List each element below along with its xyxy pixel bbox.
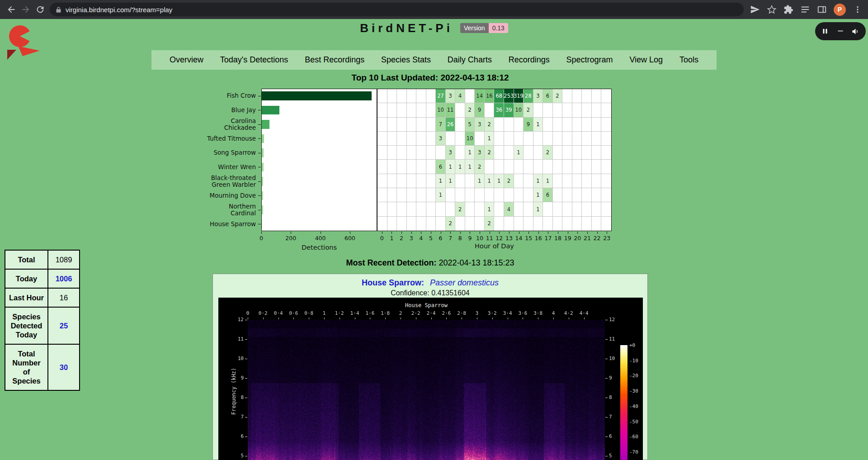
scientific-name-link[interactable]: Passer domesticus <box>430 278 499 287</box>
nav-item-today-s-detections[interactable]: Today's Detections <box>220 55 288 65</box>
nav-item-recordings[interactable]: Recordings <box>509 55 550 65</box>
heat-cell <box>601 103 611 117</box>
browser-action-icons: P <box>744 4 868 16</box>
heat-cell <box>446 188 456 202</box>
heat-cell <box>572 146 582 160</box>
heat-cell <box>426 132 436 146</box>
heat-cell <box>455 146 465 160</box>
heat-cell <box>601 89 611 103</box>
x-tick <box>350 232 350 234</box>
bar-axis-label: Detections <box>261 244 377 251</box>
heat-cell <box>553 146 563 160</box>
side-panel-icon[interactable] <box>817 5 827 14</box>
url-text: virginia.birdnetpi.com/?stream=play <box>66 6 172 14</box>
spec-y-tickmark <box>605 359 608 359</box>
nav-item-best-recordings[interactable]: Best Recordings <box>305 55 364 65</box>
pause-icon[interactable] <box>821 27 829 35</box>
reading-list-icon[interactable] <box>800 5 810 14</box>
heat-cell <box>582 174 592 188</box>
heat-cell <box>592 103 602 117</box>
heat-cell: 1 <box>455 160 465 174</box>
heat-cell <box>387 188 397 202</box>
bar-tick-label: 200 <box>282 235 300 242</box>
hour-tick-label: 8 <box>455 235 466 242</box>
heat-cell: 1 <box>514 146 524 160</box>
stat-value-total-number-of-species[interactable]: 30 <box>48 344 80 390</box>
heat-cell <box>416 132 426 146</box>
x-tick <box>450 232 451 234</box>
spec-x-tick: 3·4 <box>500 310 515 316</box>
url-bar[interactable]: virginia.birdnetpi.com/?stream=play <box>50 3 744 16</box>
heat-cell <box>582 146 592 160</box>
hour-tick-label: 22 <box>592 235 603 242</box>
heat-cell <box>377 217 387 231</box>
nav-item-overview[interactable]: Overview <box>170 55 203 65</box>
reload-icon[interactable] <box>35 5 45 14</box>
heat-cell: 36 <box>494 103 504 117</box>
heat-cell <box>397 174 407 188</box>
nav-item-daily-charts[interactable]: Daily Charts <box>448 55 492 65</box>
spec-y-tick-right: 8 <box>609 394 624 400</box>
x-tick <box>490 232 490 234</box>
bookmark-star-icon[interactable] <box>767 5 777 14</box>
nav-item-tools[interactable]: Tools <box>679 55 698 65</box>
hour-tick-label: 9 <box>464 235 475 242</box>
heat-cell <box>601 118 611 132</box>
lock-icon <box>55 6 62 13</box>
spec-x-tickmark <box>446 318 447 319</box>
heat-cell: 2 <box>485 118 495 132</box>
heat-cell <box>592 89 602 103</box>
profile-avatar[interactable]: P <box>834 4 846 16</box>
heat-cell <box>601 146 611 160</box>
heat-cell <box>436 217 446 231</box>
spectrogram-title: House Sparrow <box>248 302 605 308</box>
heat-cell <box>504 146 514 160</box>
heat-cell <box>475 132 485 146</box>
heat-cell <box>553 174 563 188</box>
heat-cell: 3 <box>436 132 446 146</box>
extensions-icon[interactable] <box>783 5 793 14</box>
hour-tick-label: 21 <box>582 235 593 242</box>
hour-tick-label: 7 <box>445 235 456 242</box>
stats-table: Total1089Today1006Last Hour16Species Det… <box>5 250 80 391</box>
stat-value-today[interactable]: 1006 <box>48 269 80 288</box>
heat-cell <box>387 202 397 216</box>
forward-icon[interactable] <box>21 5 31 14</box>
heat-cell <box>494 202 504 216</box>
heat-cell <box>387 103 397 117</box>
heat-cell <box>562 146 572 160</box>
heat-cell <box>446 202 456 216</box>
menu-dots-icon[interactable] <box>853 5 863 14</box>
heat-cell: 28 <box>524 89 533 103</box>
species-link[interactable]: House Sparrow: <box>362 278 424 287</box>
back-icon[interactable] <box>6 5 16 14</box>
heat-cell <box>387 89 397 103</box>
hour-tick-label: 10 <box>474 235 485 242</box>
speaker-icon[interactable] <box>851 27 860 36</box>
spec-y-tick-left: 7 <box>226 414 244 420</box>
heat-cell <box>397 217 407 231</box>
heat-cell <box>455 118 465 132</box>
heat-cell <box>426 217 436 231</box>
y-tick <box>258 96 261 96</box>
nav-item-species-stats[interactable]: Species Stats <box>381 55 431 65</box>
stats-row: Total Number of Species30 <box>5 344 80 390</box>
heat-cell: 1 <box>533 202 543 216</box>
heat-cell <box>397 103 407 117</box>
heat-cell: 3 <box>533 89 543 103</box>
heat-cell <box>562 132 572 146</box>
heat-cell: 6 <box>543 188 553 202</box>
stat-value-species-detected-today[interactable]: 25 <box>48 307 80 344</box>
nav-item-spectrogram[interactable]: Spectrogram <box>566 55 613 65</box>
send-icon[interactable] <box>750 5 760 14</box>
spec-x-tickmark <box>431 318 432 319</box>
nav-item-view-log[interactable]: View Log <box>629 55 663 65</box>
heat-cell <box>562 103 572 117</box>
spec-y-tickmark <box>245 436 247 437</box>
heat-cell <box>416 89 426 103</box>
heat-cell <box>582 202 592 216</box>
x-tick <box>470 232 470 234</box>
heat-cell <box>397 132 407 146</box>
heat-cell <box>572 188 582 202</box>
heat-cell <box>494 132 504 146</box>
